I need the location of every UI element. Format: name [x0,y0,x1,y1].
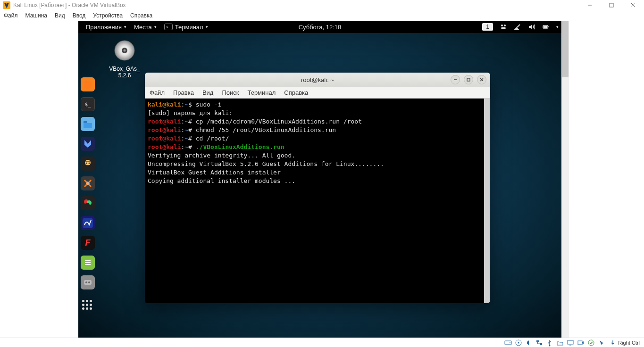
svg-rect-2 [610,3,613,7]
battery-icon[interactable] [542,23,550,31]
status-host-key-label: Right Ctrl [618,340,640,346]
guest-viewport: Приложения▾ Места▾ >_ Терминал▾ Суббота,… [0,21,644,338]
panel-applications[interactable]: Приложения▾ [82,21,130,33]
svg-rect-10 [544,26,547,28]
virtualbox-icon [3,1,10,9]
status-audio-icon[interactable] [525,339,533,347]
host-close-button[interactable] [622,0,644,10]
terminal-menu-help[interactable]: Справка [284,89,308,96]
svg-rect-39 [536,340,539,342]
terminal-line: VirtualBox Guest Additions installer [148,168,487,177]
panel-places-label: Места [134,24,152,31]
svg-rect-40 [540,343,542,345]
host-menu-devices[interactable]: Устройства [93,12,123,19]
status-host-key[interactable]: Right Ctrl [608,339,641,347]
status-usb-icon[interactable] [546,339,553,347]
host-menubar: Файл Машина Вид Ввод Устройства Справка [0,10,644,21]
status-recording-icon[interactable] [577,339,585,347]
dock-app-wireshark[interactable] [81,216,95,230]
volume-icon[interactable] [528,23,535,31]
guest-desktop[interactable]: Приложения▾ Места▾ >_ Терминал▾ Суббота,… [78,21,561,338]
status-network-icon[interactable] [535,339,543,347]
svg-point-41 [549,345,551,346]
terminal-line: Verifying archive integrity... All good. [148,151,487,160]
terminal-line: Uncompressing VirtualBox 5.2.6 Guest Add… [148,160,487,168]
dock-app-faraday[interactable]: F [81,236,95,250]
terminal-output[interactable]: kali@kali:~$ sudo -i[sudo] пароль для ka… [145,99,490,303]
host-menu-input[interactable]: Ввод [73,12,86,19]
desktop-icon-label: VBox_GAs_5.2.6 [101,66,148,79]
disc-icon [114,40,135,61]
status-mouse-integration-icon[interactable] [598,339,605,347]
svg-rect-42 [568,340,573,344]
host-menu-file[interactable]: Файл [4,12,18,19]
chevron-down-icon[interactable]: ▾ [556,25,559,29]
panel-active-terminal[interactable]: >_ Терминал▾ [160,21,212,33]
dock-app-metasploit[interactable] [81,137,95,151]
svg-point-18 [86,163,87,164]
terminal-menu-terminal[interactable]: Терминал [247,89,276,96]
scrollbar-thumb[interactable] [562,21,569,77]
dock-app-cherrytree[interactable] [81,256,95,270]
accessibility-icon[interactable] [500,23,507,31]
dock-app-recorder[interactable] [81,275,95,289]
svg-point-23 [85,203,90,207]
brush-icon[interactable] [514,23,521,31]
dock-app-firefox[interactable] [81,77,95,91]
terminal-menu-edit[interactable]: Правка [173,89,194,96]
status-display-icon[interactable] [567,339,574,347]
status-guest-additions-icon[interactable] [587,339,595,347]
terminal-titlebar[interactable]: root@kali: ~ [145,73,490,87]
dock: $_ F [78,77,97,308]
terminal-line: [sudo] пароль для kali: [148,109,487,117]
host-menu-help[interactable]: Справка [130,12,152,19]
terminal-line: Copying additional installer modules ... [148,177,487,185]
dock-app-burpsuite[interactable] [81,176,95,190]
terminal-scrollbar[interactable] [484,99,490,303]
svg-rect-32 [467,78,470,81]
terminal-line: root@kali:~# cd /root/ [148,134,487,143]
panel-terminal-label: Терминал [175,24,203,31]
keyboard-key-icon [610,339,616,346]
status-hard-disk-icon[interactable] [504,339,512,347]
dock-app-social-engineer[interactable] [81,157,95,171]
chevron-down-icon: ▾ [124,25,126,29]
terminal-close-button[interactable] [477,75,486,84]
dock-app-files[interactable] [81,117,95,131]
svg-rect-15 [84,121,87,123]
terminal-minimize-button[interactable] [451,75,460,84]
panel-clock[interactable]: Суббота, 12:18 [295,21,345,33]
svg-point-38 [518,342,519,343]
terminal-window[interactable]: root@kali: ~ Файл Правка Вид Поиск Терми… [145,73,490,303]
status-shared-folders-icon[interactable] [556,339,564,347]
svg-point-29 [85,281,87,283]
svg-point-16 [85,160,91,165]
terminal-maximize-button[interactable] [464,75,473,84]
terminal-menu-search[interactable]: Поиск [222,89,239,96]
terminal-icon: >_ [164,24,173,30]
status-optical-disk-icon[interactable] [515,339,522,347]
desktop-icon-vbox-ga-disc[interactable]: VBox_GAs_5.2.6 [101,40,148,79]
terminal-menu-file[interactable]: Файл [150,89,165,96]
svg-rect-28 [84,280,92,285]
panel-places[interactable]: Места▾ [130,21,160,33]
host-menu-view[interactable]: Вид [55,12,65,19]
panel-applications-label: Приложения [86,24,122,31]
terminal-line: kali@kali:~$ sudo -i [148,100,487,109]
dock-show-apps[interactable] [82,300,93,308]
scrollbar-thumb[interactable] [484,99,490,303]
terminal-line: root@kali:~# ./VBoxLinuxAdditions.run [148,143,487,151]
terminal-menu-view[interactable]: Вид [202,89,214,96]
terminal-title: root@kali: ~ [301,76,334,83]
dock-app-terminal[interactable]: $_ [81,97,95,111]
host-minimize-button[interactable] [579,0,601,10]
host-maximize-button[interactable] [601,0,622,10]
host-window-titlebar: Kali Linux [Работает] - Oracle VM Virtua… [0,0,644,10]
host-content-scrollbar[interactable] [561,21,569,338]
workspace-indicator[interactable]: 1 [482,23,493,31]
dock-app-generic[interactable] [81,196,95,210]
host-menu-machine[interactable]: Машина [25,12,47,19]
svg-rect-9 [548,26,549,27]
svg-point-30 [88,281,90,283]
svg-point-6 [504,25,506,26]
